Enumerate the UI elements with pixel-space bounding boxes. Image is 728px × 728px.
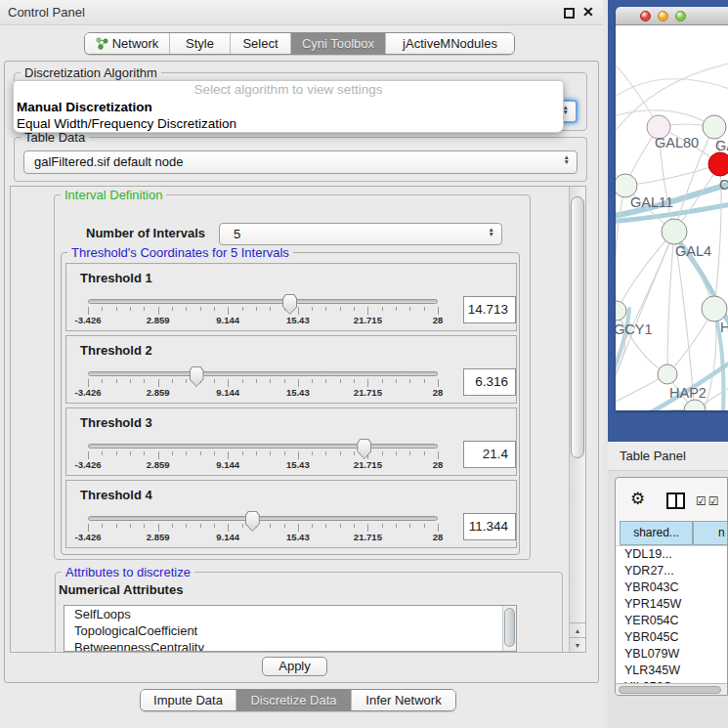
threshold-3-value-field[interactable]: 21.4	[463, 441, 516, 468]
tick-mark	[270, 379, 271, 383]
attributes-scrollbar[interactable]	[502, 606, 516, 651]
settings-scrollbar-thumb[interactable]	[571, 196, 584, 458]
tab-network[interactable]: Network	[85, 33, 169, 54]
tick-label: 28	[408, 315, 467, 325]
control-panel-titlebar: Control Panel ✕	[0, 0, 603, 25]
tab-infer-network[interactable]: Infer Network	[351, 690, 455, 710]
attribute-list-item[interactable]: SelfLoops	[64, 606, 516, 622]
slider-track[interactable]	[88, 444, 438, 449]
network-node[interactable]	[658, 364, 677, 384]
close-icon[interactable]: ✕	[582, 4, 594, 20]
dropdown-item-equal-width[interactable]: Equal Width/Frequency Discretization	[14, 115, 563, 132]
threshold-4-value-field[interactable]: 11.344	[463, 513, 516, 540]
network-node[interactable]	[702, 296, 727, 321]
table-data-combobox[interactable]: galFiltered.sif default node ▲▼	[23, 150, 578, 174]
tick-mark	[438, 307, 439, 315]
table-row[interactable]: YBR043CYBR0	[616, 579, 728, 596]
tick-label: 2.859	[129, 315, 188, 325]
tab-discretize-data[interactable]: Discretize Data	[236, 690, 351, 710]
attributes-scrollbar-thumb[interactable]	[504, 608, 515, 647]
cell-shared-name[interactable]: YBR043C	[624, 579, 698, 596]
network-node[interactable]	[662, 219, 687, 244]
scroll-up-arrow-icon[interactable]: ▲	[570, 622, 585, 637]
threshold-4-box: Threshold 4 -3.4262.8599.14415.4321.7152…	[65, 480, 517, 548]
cell-shared-name[interactable]: YER054C	[624, 613, 698, 629]
column-header-name[interactable]: n	[693, 521, 728, 545]
cell-shared-name[interactable]: YLR345W	[624, 663, 698, 679]
cell-shared-name[interactable]: YPR145W	[624, 596, 698, 613]
algorithm-dropdown-popup: Select algorithm to view settings Manual…	[13, 80, 564, 133]
dropdown-item-manual-discretization[interactable]: Manual Discretization	[14, 99, 563, 115]
minimize-traffic-light-icon[interactable]	[658, 11, 668, 21]
tick-label: 21.715	[338, 532, 397, 542]
table-row[interactable]: YBL079WYBL0	[616, 646, 728, 663]
table-scrollbar-thumb[interactable]	[619, 686, 721, 694]
table-horizontal-scrollbar[interactable]	[616, 683, 728, 696]
slider-track[interactable]	[88, 299, 438, 304]
tab-cyni-toolbox[interactable]: Cyni Toolbox	[290, 33, 385, 54]
network-node[interactable]	[703, 115, 726, 139]
tick-label: -3.426	[59, 387, 117, 398]
gear-icon[interactable]: ⚙	[630, 489, 645, 509]
tick-mark	[325, 379, 326, 383]
checkbox-icons[interactable]: ☑☑	[696, 494, 721, 508]
table-row[interactable]: YPR145WYPR1	[616, 596, 728, 613]
table-row[interactable]: YLR345WYLR3	[616, 663, 728, 679]
network-node[interactable]	[616, 301, 626, 321]
tab-jactivemnodules[interactable]: jActiveMNodules	[385, 33, 514, 54]
cell-shared-name[interactable]: YDL19...	[624, 546, 698, 563]
network-node-label: C	[719, 177, 728, 193]
tick-mark	[409, 307, 410, 311]
tick-mark	[186, 451, 187, 455]
dropdown-hint-item[interactable]: Select algorithm to view settings	[14, 81, 563, 99]
threshold-2-value-field[interactable]: 6.316	[463, 368, 516, 396]
tick-mark	[284, 524, 285, 528]
slider-track[interactable]	[88, 371, 438, 376]
attribute-list-item[interactable]: BetweennessCentrality	[64, 639, 516, 652]
numerical-attributes-label: Numerical Attributes	[59, 582, 183, 597]
tick-label: 28	[408, 532, 467, 542]
tab-impute-data[interactable]: Impute Data	[141, 690, 236, 710]
network-node[interactable]	[708, 152, 728, 176]
cell-shared-name[interactable]: YDR27...	[624, 563, 698, 579]
attribute-list-item[interactable]: TopologicalCoefficient	[64, 622, 516, 639]
numerical-attributes-list[interactable]: SelfLoopsTopologicalCoefficientBetweenne…	[64, 605, 517, 652]
slider-track[interactable]	[88, 516, 438, 521]
tick-mark	[354, 379, 355, 383]
tick-mark	[186, 379, 187, 383]
screen: Control Panel ✕ Network Style Select Cyn…	[0, 0, 728, 728]
apply-button[interactable]: Apply	[262, 657, 327, 676]
table-row[interactable]: YER054CYER0	[616, 613, 728, 629]
zoom-traffic-light-icon[interactable]	[675, 11, 686, 21]
columns-icon[interactable]	[666, 492, 685, 509]
tab-style[interactable]: Style	[169, 33, 230, 54]
tick-mark	[186, 524, 187, 528]
tick-mark	[242, 451, 243, 455]
scroll-down-arrow-icon[interactable]: ▼	[570, 637, 585, 652]
tick-mark	[325, 451, 326, 455]
network-window-titlebar[interactable]	[616, 7, 728, 25]
slider-tick-labels: -3.4262.8599.14415.4321.71528	[88, 459, 438, 471]
tick-mark	[228, 307, 229, 315]
cell-shared-name[interactable]: YBL079W	[624, 646, 698, 663]
column-header-shared-name[interactable]: shared...	[620, 521, 693, 545]
number-of-intervals-combobox[interactable]: 5 ▲▼	[219, 223, 502, 245]
float-window-icon[interactable]	[564, 8, 575, 19]
close-traffic-light-icon[interactable]	[640, 11, 651, 21]
cell-shared-name[interactable]: YBR045C	[624, 629, 698, 646]
attribute-items: SelfLoopsTopologicalCoefficientBetweenne…	[64, 606, 516, 652]
table-row[interactable]: YDR27...YDR2	[616, 563, 728, 579]
table-row[interactable]: YDL19...YDL1	[616, 546, 728, 563]
settings-vertical-scrollbar[interactable]: ▲ ▼	[569, 187, 585, 652]
table-panel-header: Table Panel	[608, 442, 728, 471]
tick-mark	[256, 379, 257, 383]
tick-mark	[284, 451, 285, 455]
table-row[interactable]: YBR045CYBR0	[616, 629, 728, 646]
threshold-1-value-field[interactable]: 14.713	[463, 296, 516, 323]
tick-label: 28	[408, 387, 467, 398]
network-canvas[interactable]: GAL80GACGAL11GAL4GCY1HHAP2	[616, 25, 728, 410]
tab-select[interactable]: Select	[230, 33, 290, 54]
tick-label: 9.144	[198, 532, 257, 542]
network-node-label: HAP2	[669, 385, 707, 401]
tick-mark	[228, 524, 229, 532]
